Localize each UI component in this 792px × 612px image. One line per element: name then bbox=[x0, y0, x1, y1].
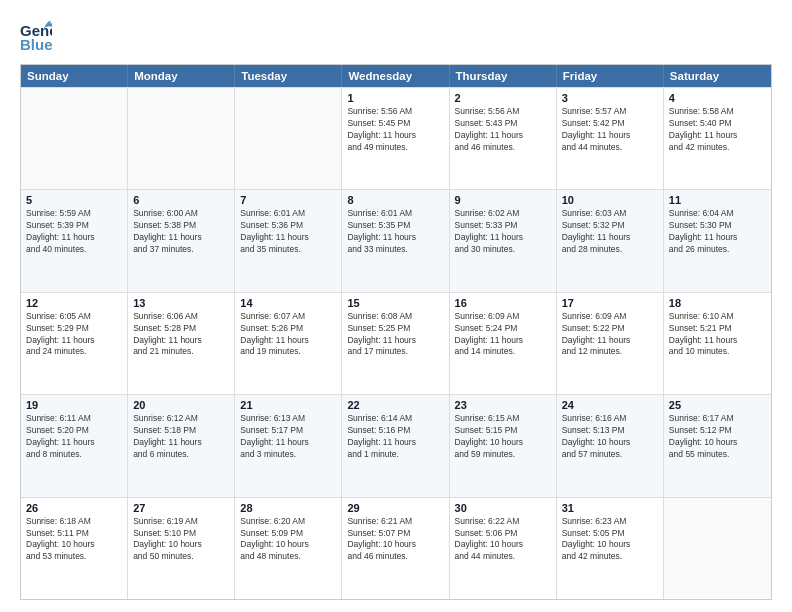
cal-cell-r3c2: 21Sunrise: 6:13 AMSunset: 5:17 PMDayligh… bbox=[235, 395, 342, 496]
cal-cell-r2c1: 13Sunrise: 6:06 AMSunset: 5:28 PMDayligh… bbox=[128, 293, 235, 394]
cal-cell-r2c0: 12Sunrise: 6:05 AMSunset: 5:29 PMDayligh… bbox=[21, 293, 128, 394]
cell-info: Sunrise: 6:18 AMSunset: 5:11 PMDaylight:… bbox=[26, 516, 122, 564]
day-number: 19 bbox=[26, 399, 122, 411]
day-number: 27 bbox=[133, 502, 229, 514]
cell-info: Sunrise: 6:11 AMSunset: 5:20 PMDaylight:… bbox=[26, 413, 122, 461]
day-number: 29 bbox=[347, 502, 443, 514]
cell-info: Sunrise: 6:00 AMSunset: 5:38 PMDaylight:… bbox=[133, 208, 229, 256]
day-number: 18 bbox=[669, 297, 766, 309]
day-header-saturday: Saturday bbox=[664, 65, 771, 87]
day-number: 30 bbox=[455, 502, 551, 514]
day-number: 26 bbox=[26, 502, 122, 514]
cal-cell-r3c4: 23Sunrise: 6:15 AMSunset: 5:15 PMDayligh… bbox=[450, 395, 557, 496]
cell-info: Sunrise: 6:17 AMSunset: 5:12 PMDaylight:… bbox=[669, 413, 766, 461]
cal-cell-r3c6: 25Sunrise: 6:17 AMSunset: 5:12 PMDayligh… bbox=[664, 395, 771, 496]
calendar-row-2: 12Sunrise: 6:05 AMSunset: 5:29 PMDayligh… bbox=[21, 292, 771, 394]
day-number: 1 bbox=[347, 92, 443, 104]
cell-info: Sunrise: 6:04 AMSunset: 5:30 PMDaylight:… bbox=[669, 208, 766, 256]
cal-cell-r1c3: 8Sunrise: 6:01 AMSunset: 5:35 PMDaylight… bbox=[342, 190, 449, 291]
cal-cell-r0c4: 2Sunrise: 5:56 AMSunset: 5:43 PMDaylight… bbox=[450, 88, 557, 189]
cell-info: Sunrise: 6:07 AMSunset: 5:26 PMDaylight:… bbox=[240, 311, 336, 359]
day-header-tuesday: Tuesday bbox=[235, 65, 342, 87]
cal-cell-r4c5: 31Sunrise: 6:23 AMSunset: 5:05 PMDayligh… bbox=[557, 498, 664, 599]
cal-cell-r0c5: 3Sunrise: 5:57 AMSunset: 5:42 PMDaylight… bbox=[557, 88, 664, 189]
page: General Blue SundayMondayTuesdayWednesda… bbox=[0, 0, 792, 612]
cal-cell-r1c4: 9Sunrise: 6:02 AMSunset: 5:33 PMDaylight… bbox=[450, 190, 557, 291]
cell-info: Sunrise: 6:13 AMSunset: 5:17 PMDaylight:… bbox=[240, 413, 336, 461]
cal-cell-r3c5: 24Sunrise: 6:16 AMSunset: 5:13 PMDayligh… bbox=[557, 395, 664, 496]
day-number: 31 bbox=[562, 502, 658, 514]
cell-info: Sunrise: 6:21 AMSunset: 5:07 PMDaylight:… bbox=[347, 516, 443, 564]
cell-info: Sunrise: 6:08 AMSunset: 5:25 PMDaylight:… bbox=[347, 311, 443, 359]
logo-icon: General Blue bbox=[20, 18, 52, 54]
cal-cell-r1c2: 7Sunrise: 6:01 AMSunset: 5:36 PMDaylight… bbox=[235, 190, 342, 291]
day-number: 8 bbox=[347, 194, 443, 206]
calendar-header: SundayMondayTuesdayWednesdayThursdayFrid… bbox=[21, 65, 771, 87]
cal-cell-r0c2 bbox=[235, 88, 342, 189]
cal-cell-r1c1: 6Sunrise: 6:00 AMSunset: 5:38 PMDaylight… bbox=[128, 190, 235, 291]
cell-info: Sunrise: 5:59 AMSunset: 5:39 PMDaylight:… bbox=[26, 208, 122, 256]
day-number: 3 bbox=[562, 92, 658, 104]
cal-cell-r4c2: 28Sunrise: 6:20 AMSunset: 5:09 PMDayligh… bbox=[235, 498, 342, 599]
cal-cell-r3c0: 19Sunrise: 6:11 AMSunset: 5:20 PMDayligh… bbox=[21, 395, 128, 496]
cal-cell-r2c6: 18Sunrise: 6:10 AMSunset: 5:21 PMDayligh… bbox=[664, 293, 771, 394]
day-number: 15 bbox=[347, 297, 443, 309]
day-number: 25 bbox=[669, 399, 766, 411]
cell-info: Sunrise: 6:01 AMSunset: 5:35 PMDaylight:… bbox=[347, 208, 443, 256]
cell-info: Sunrise: 6:23 AMSunset: 5:05 PMDaylight:… bbox=[562, 516, 658, 564]
cal-cell-r3c1: 20Sunrise: 6:12 AMSunset: 5:18 PMDayligh… bbox=[128, 395, 235, 496]
cell-info: Sunrise: 6:09 AMSunset: 5:24 PMDaylight:… bbox=[455, 311, 551, 359]
cell-info: Sunrise: 5:58 AMSunset: 5:40 PMDaylight:… bbox=[669, 106, 766, 154]
cell-info: Sunrise: 6:03 AMSunset: 5:32 PMDaylight:… bbox=[562, 208, 658, 256]
cal-cell-r0c3: 1Sunrise: 5:56 AMSunset: 5:45 PMDaylight… bbox=[342, 88, 449, 189]
cell-info: Sunrise: 5:56 AMSunset: 5:45 PMDaylight:… bbox=[347, 106, 443, 154]
cell-info: Sunrise: 5:57 AMSunset: 5:42 PMDaylight:… bbox=[562, 106, 658, 154]
calendar: SundayMondayTuesdayWednesdayThursdayFrid… bbox=[20, 64, 772, 600]
cell-info: Sunrise: 6:12 AMSunset: 5:18 PMDaylight:… bbox=[133, 413, 229, 461]
day-number: 28 bbox=[240, 502, 336, 514]
day-number: 4 bbox=[669, 92, 766, 104]
cal-cell-r0c1 bbox=[128, 88, 235, 189]
cal-cell-r4c3: 29Sunrise: 6:21 AMSunset: 5:07 PMDayligh… bbox=[342, 498, 449, 599]
cal-cell-r0c6: 4Sunrise: 5:58 AMSunset: 5:40 PMDaylight… bbox=[664, 88, 771, 189]
day-header-thursday: Thursday bbox=[450, 65, 557, 87]
day-header-friday: Friday bbox=[557, 65, 664, 87]
cal-cell-r2c3: 15Sunrise: 6:08 AMSunset: 5:25 PMDayligh… bbox=[342, 293, 449, 394]
cal-cell-r4c1: 27Sunrise: 6:19 AMSunset: 5:10 PMDayligh… bbox=[128, 498, 235, 599]
cal-cell-r1c0: 5Sunrise: 5:59 AMSunset: 5:39 PMDaylight… bbox=[21, 190, 128, 291]
day-header-monday: Monday bbox=[128, 65, 235, 87]
day-number: 10 bbox=[562, 194, 658, 206]
day-number: 21 bbox=[240, 399, 336, 411]
cell-info: Sunrise: 6:15 AMSunset: 5:15 PMDaylight:… bbox=[455, 413, 551, 461]
day-number: 9 bbox=[455, 194, 551, 206]
cell-info: Sunrise: 6:06 AMSunset: 5:28 PMDaylight:… bbox=[133, 311, 229, 359]
cell-info: Sunrise: 6:22 AMSunset: 5:06 PMDaylight:… bbox=[455, 516, 551, 564]
day-number: 24 bbox=[562, 399, 658, 411]
day-number: 14 bbox=[240, 297, 336, 309]
day-number: 20 bbox=[133, 399, 229, 411]
cal-cell-r2c2: 14Sunrise: 6:07 AMSunset: 5:26 PMDayligh… bbox=[235, 293, 342, 394]
header: General Blue bbox=[20, 18, 772, 54]
day-number: 16 bbox=[455, 297, 551, 309]
calendar-row-3: 19Sunrise: 6:11 AMSunset: 5:20 PMDayligh… bbox=[21, 394, 771, 496]
cell-info: Sunrise: 5:56 AMSunset: 5:43 PMDaylight:… bbox=[455, 106, 551, 154]
day-number: 12 bbox=[26, 297, 122, 309]
day-number: 13 bbox=[133, 297, 229, 309]
day-number: 17 bbox=[562, 297, 658, 309]
cell-info: Sunrise: 6:16 AMSunset: 5:13 PMDaylight:… bbox=[562, 413, 658, 461]
cal-cell-r1c6: 11Sunrise: 6:04 AMSunset: 5:30 PMDayligh… bbox=[664, 190, 771, 291]
cal-cell-r2c4: 16Sunrise: 6:09 AMSunset: 5:24 PMDayligh… bbox=[450, 293, 557, 394]
day-number: 11 bbox=[669, 194, 766, 206]
svg-text:Blue: Blue bbox=[20, 36, 52, 53]
cell-info: Sunrise: 6:19 AMSunset: 5:10 PMDaylight:… bbox=[133, 516, 229, 564]
day-number: 5 bbox=[26, 194, 122, 206]
cell-info: Sunrise: 6:09 AMSunset: 5:22 PMDaylight:… bbox=[562, 311, 658, 359]
cal-cell-r0c0 bbox=[21, 88, 128, 189]
logo: General Blue bbox=[20, 18, 52, 54]
calendar-body: 1Sunrise: 5:56 AMSunset: 5:45 PMDaylight… bbox=[21, 87, 771, 599]
day-number: 2 bbox=[455, 92, 551, 104]
day-number: 7 bbox=[240, 194, 336, 206]
day-number: 6 bbox=[133, 194, 229, 206]
calendar-row-4: 26Sunrise: 6:18 AMSunset: 5:11 PMDayligh… bbox=[21, 497, 771, 599]
day-header-sunday: Sunday bbox=[21, 65, 128, 87]
